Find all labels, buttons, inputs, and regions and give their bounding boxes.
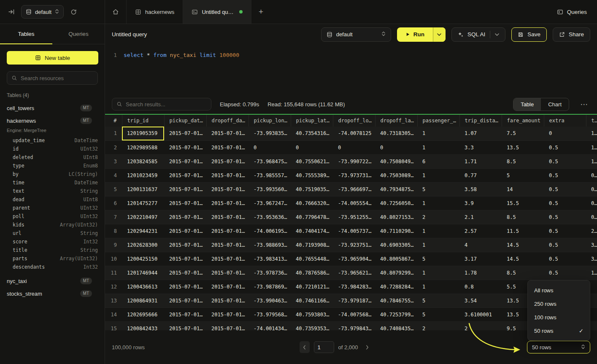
row-number-cell[interactable]: 8 xyxy=(105,224,122,238)
data-cell[interactable]: 2015-07-01… xyxy=(164,168,206,182)
data-cell[interactable]: 0 xyxy=(375,140,417,154)
data-cell[interactable]: -73.990722… xyxy=(333,154,375,168)
row-number-cell[interactable]: 1 xyxy=(105,127,122,140)
data-cell[interactable]: 2015-07-01… xyxy=(164,238,206,252)
data-cell[interactable]: 1 xyxy=(417,224,459,238)
row-number-cell[interactable]: 6 xyxy=(105,196,122,210)
data-cell[interactable]: 1200436613 xyxy=(122,280,164,294)
data-cell[interactable]: 40.7359353… xyxy=(291,321,333,330)
new-table-button[interactable]: New table xyxy=(7,51,98,65)
data-cell[interactable]: 2015-07-01… xyxy=(206,154,249,168)
collapse-sidebar-button[interactable] xyxy=(6,6,17,17)
data-cell[interactable]: 1202695666 xyxy=(122,307,164,321)
data-cell[interactable]: -73.987869… xyxy=(249,280,291,294)
data-cell[interactable]: 40.7796478… xyxy=(291,210,333,224)
data-cell[interactable]: 0 xyxy=(291,140,333,154)
data-cell[interactable]: 40.7256050… xyxy=(375,196,417,210)
row-number-cell[interactable]: 11 xyxy=(105,266,122,280)
data-cell[interactable]: 1200842433 xyxy=(122,321,164,330)
data-cell[interactable]: 0… xyxy=(586,168,597,182)
data-cell[interactable]: -73.993835… xyxy=(249,127,291,140)
data-cell[interactable]: 2015-07-01… xyxy=(164,294,206,307)
query-database-selector[interactable]: default xyxy=(321,27,391,42)
data-cell[interactable]: 40.7655448… xyxy=(291,252,333,266)
queries-button[interactable]: Queries xyxy=(547,0,597,24)
row-number-cell[interactable]: 14 xyxy=(105,307,122,321)
data-cell[interactable]: 1201023459 xyxy=(122,168,164,182)
column-header-dropoff_da[interactable]: dropoff_da… xyxy=(206,115,249,127)
data-cell[interactable]: -73.951255… xyxy=(333,210,375,224)
data-cell[interactable]: -73.973731… xyxy=(333,168,375,182)
data-cell[interactable]: 40.7503089… xyxy=(375,168,417,182)
data-cell[interactable]: 40.6903305… xyxy=(375,238,417,252)
data-cell[interactable]: 1 xyxy=(417,196,459,210)
data-cell[interactable]: 14 xyxy=(502,182,544,196)
data-cell[interactable]: 2.1 xyxy=(459,210,502,224)
column-header-t[interactable]: t… xyxy=(586,115,597,127)
data-cell[interactable]: 40.7408435… xyxy=(375,321,417,330)
view-table-button[interactable]: Table xyxy=(513,98,541,111)
data-cell[interactable]: -74.0078125 xyxy=(333,127,375,140)
data-cell[interactable]: 2015-07-01… xyxy=(164,196,206,210)
data-cell[interactable]: 5 xyxy=(417,182,459,196)
row-number-cell[interactable]: 4 xyxy=(105,168,122,182)
rows-menu-item[interactable]: All rows xyxy=(528,283,590,297)
data-cell[interactable]: 40.7550621… xyxy=(291,154,333,168)
data-cell[interactable]: 3… xyxy=(586,238,597,252)
data-cell[interactable]: -73.990463… xyxy=(249,294,291,307)
column-header-pickup_dat[interactable]: pickup_dat… xyxy=(164,115,206,127)
data-cell[interactable]: 2015-07-01… xyxy=(164,252,206,266)
data-cell[interactable]: 0.5 xyxy=(544,154,586,168)
data-cell[interactable]: 2015-07-01… xyxy=(206,182,249,196)
data-cell[interactable]: 8.5 xyxy=(502,266,544,280)
results-more-button[interactable]: ⋯ xyxy=(578,100,590,109)
column-header-dropoff_lo[interactable]: dropoff_lo… xyxy=(333,115,375,127)
data-cell[interactable]: -74.001434… xyxy=(249,321,291,330)
row-number-cell[interactable]: 5 xyxy=(105,182,122,196)
data-cell[interactable]: 2015-07-01… xyxy=(164,266,206,280)
data-cell[interactable]: 2015-07-01… xyxy=(164,210,206,224)
data-cell[interactable]: -73.953636… xyxy=(249,210,291,224)
data-cell[interactable]: 40.7934875… xyxy=(375,182,417,196)
rows-menu-item[interactable]: 100 rows xyxy=(528,310,590,324)
data-cell[interactable]: 7.5 xyxy=(502,127,544,140)
data-cell[interactable]: 2 xyxy=(417,210,459,224)
data-cell[interactable]: 40.7555389… xyxy=(291,168,333,182)
data-cell[interactable]: 8.5 xyxy=(502,210,544,224)
data-cell[interactable]: 40.7288284… xyxy=(375,280,417,294)
data-cell[interactable]: -73.978736… xyxy=(249,266,291,280)
refresh-button[interactable] xyxy=(68,6,79,17)
data-cell[interactable]: 2015-07-01… xyxy=(206,196,249,210)
rows-menu-item[interactable]: 250 rows xyxy=(528,297,590,310)
sidebar-item-stocks-stream[interactable]: stocks_stream MT xyxy=(0,287,105,300)
previous-page-button[interactable] xyxy=(300,341,310,353)
next-page-button[interactable] xyxy=(362,341,373,353)
data-cell[interactable]: 1.07 xyxy=(459,127,502,140)
data-cell[interactable]: 0.5 xyxy=(544,196,586,210)
data-cell[interactable]: 0.5 xyxy=(544,168,586,182)
data-cell[interactable]: 2015-07-01… xyxy=(164,154,206,168)
data-cell[interactable]: 40.7593803… xyxy=(291,307,333,321)
data-cell[interactable]: 2015-07-01… xyxy=(206,210,249,224)
view-chart-button[interactable]: Chart xyxy=(541,98,569,111)
data-cell[interactable]: 1.78 xyxy=(459,266,502,280)
data-cell[interactable]: 3.54 xyxy=(459,294,502,307)
data-cell[interactable]: -73.979568… xyxy=(249,307,291,321)
rows-per-page-select[interactable]: 50 rows xyxy=(527,341,590,353)
data-cell[interactable]: 2015-07-01… xyxy=(206,321,249,330)
row-number-cell[interactable]: 7 xyxy=(105,210,122,224)
data-cell[interactable]: -73.988693… xyxy=(249,238,291,252)
page-number-input[interactable] xyxy=(314,341,334,353)
column-header-fare_amount[interactable]: fare_amount xyxy=(502,115,544,127)
data-cell[interactable]: 40.7404174… xyxy=(291,224,333,238)
data-cell[interactable]: -74.006195… xyxy=(249,224,291,238)
column-header-trip_dista[interactable]: trip_dista… xyxy=(459,115,502,127)
data-cell[interactable]: 1 xyxy=(417,280,459,294)
data-cell[interactable]: 2015-07-01… xyxy=(206,224,249,238)
data-cell[interactable]: 1 xyxy=(417,266,459,280)
data-cell[interactable]: 2015-07-01… xyxy=(206,294,249,307)
run-options-caret[interactable] xyxy=(433,27,446,42)
resource-search-input[interactable] xyxy=(21,75,95,81)
data-cell[interactable]: 2015-07-01… xyxy=(206,140,249,154)
data-cell[interactable]: 40.7876586… xyxy=(291,266,333,280)
